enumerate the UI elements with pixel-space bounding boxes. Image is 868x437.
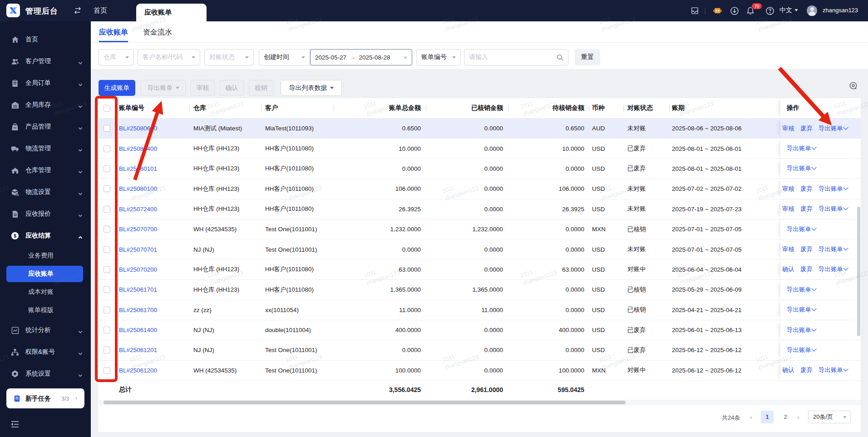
sidebar-item-customers[interactable]: 客户管理 <box>0 50 91 72</box>
row-checkbox[interactable] <box>104 266 110 273</box>
row-action-export[interactable]: 导出账单 <box>787 164 816 173</box>
sidebar-item-statistics[interactable]: 统计分析 <box>0 319 91 341</box>
nav-tab-receivable-bills[interactable]: 应收账单 <box>136 4 207 21</box>
row-action-discard[interactable]: 废弃 <box>800 265 813 273</box>
row-action-audit[interactable]: 审核 <box>782 245 794 253</box>
help-icon[interactable] <box>765 0 774 21</box>
warehouse-filter[interactable]: 仓库 <box>99 49 134 65</box>
row-action-export[interactable]: 导出账单 <box>819 265 848 273</box>
create-time-filter[interactable]: 创建时间 <box>259 49 310 65</box>
row-checkbox[interactable] <box>104 347 110 353</box>
robot-icon[interactable] <box>713 0 722 21</box>
sidebar-subitem-cost-recon[interactable]: 成本对账 <box>0 283 91 301</box>
bill-no-link[interactable]: BL#25070200 <box>119 266 157 273</box>
clear-date-icon[interactable]: × <box>404 54 407 61</box>
row-action-export[interactable]: 导出账单 <box>819 185 848 193</box>
sidebar-item-inventory[interactable]: 全局库存 <box>0 94 91 116</box>
bill-no-link[interactable]: BL#25080101 <box>119 165 157 172</box>
row-action-export[interactable]: 导出账单 <box>787 306 816 314</box>
sidebar-item-warehouse-mgmt[interactable]: 仓库管理 <box>0 159 91 181</box>
row-checkbox[interactable] <box>104 145 110 152</box>
row-checkbox[interactable] <box>104 226 110 233</box>
sidebar-item-receivable-settlement[interactable]: $应收结算 <box>0 225 91 247</box>
customer-filter[interactable]: 客户名称/代码 <box>138 49 200 65</box>
bill-no-link[interactable]: BL#25061201 <box>119 347 157 353</box>
row-checkbox[interactable] <box>104 165 110 172</box>
sidebar-item-permissions[interactable]: 权限&账号 <box>0 341 91 363</box>
sidebar-item-products[interactable]: 产品管理 <box>0 116 91 138</box>
sidebar-item-receivable-quote[interactable]: 应收报价 <box>0 203 91 225</box>
row-action-export[interactable]: 导出账单 <box>819 366 848 374</box>
pagination-prev[interactable]: ‹ <box>750 414 752 421</box>
sidebar-item-logistics[interactable]: 物流管理 <box>0 138 91 159</box>
generate-bill-button[interactable]: 生成账单 <box>99 80 135 96</box>
horizontal-scrollbar[interactable] <box>99 400 861 405</box>
bill-no-link[interactable]: BL#25072400 <box>119 206 157 213</box>
table-settings-icon[interactable] <box>849 81 858 90</box>
row-checkbox[interactable] <box>104 206 110 213</box>
switch-icon[interactable] <box>74 7 82 16</box>
row-checkbox[interactable] <box>104 367 110 374</box>
row-checkbox[interactable] <box>104 125 110 132</box>
confirm-button[interactable]: 确认 <box>219 80 244 96</box>
row-action-discard[interactable]: 废弃 <box>800 124 813 133</box>
audit-button[interactable]: 审核 <box>190 80 215 96</box>
bill-no-filter[interactable]: 账单编号 <box>416 49 461 65</box>
sidebar-subitem-business-fee[interactable]: 业务费用 <box>0 247 91 265</box>
search-input[interactable]: 请输入 <box>464 49 568 65</box>
row-action-discard[interactable]: 废弃 <box>800 205 813 213</box>
tab-receivable-bills[interactable]: 应收账单 <box>99 28 128 37</box>
download-icon[interactable] <box>730 0 739 21</box>
row-action-discard[interactable]: 废弃 <box>800 185 813 193</box>
vertical-scrollbar[interactable] <box>857 207 860 336</box>
pagination-page-2[interactable]: 2 <box>779 411 792 423</box>
recon-status-filter[interactable]: 对账状态 <box>204 49 254 65</box>
row-action-export[interactable]: 导出账单 <box>819 205 848 213</box>
pagination-next[interactable]: › <box>797 414 799 421</box>
row-action-export[interactable]: 导出账单 <box>787 346 816 354</box>
pagination-page-1[interactable]: 1 <box>761 411 774 423</box>
bill-no-link[interactable]: BL#25061700 <box>119 307 157 313</box>
bill-no-link[interactable]: BL#25080100 <box>119 185 157 192</box>
bill-no-link[interactable]: BL#25061400 <box>119 327 157 333</box>
row-action-audit[interactable]: 审核 <box>782 124 794 133</box>
row-action-export[interactable]: 导出账单 <box>819 124 848 133</box>
nav-tab-home[interactable]: 首页 <box>94 6 107 15</box>
page-size-selector[interactable]: 20条/页 <box>808 411 851 423</box>
row-action-export[interactable]: 导出账单 <box>787 286 816 294</box>
sidebar-subitem-bill-template[interactable]: 账单模版 <box>0 301 91 319</box>
bill-no-link[interactable]: BL#25080400 <box>119 145 157 152</box>
bill-no-link[interactable]: BL#25080600 <box>119 125 157 132</box>
sidebar-item-orders[interactable]: 全局订单 <box>0 72 91 94</box>
sidebar-item-home[interactable]: 首页 <box>0 29 91 50</box>
export-list-button[interactable]: 导出列表数据 <box>281 80 342 96</box>
row-checkbox[interactable] <box>104 286 110 293</box>
bill-no-link[interactable]: BL#25070701 <box>119 246 157 253</box>
bill-no-link[interactable]: BL#25061701 <box>119 286 157 293</box>
reset-button[interactable]: 重置 <box>575 49 600 65</box>
row-action-export[interactable]: 导出账单 <box>787 144 816 153</box>
collapse-sidebar-icon[interactable] <box>11 421 19 430</box>
row-checkbox[interactable] <box>104 327 110 333</box>
row-action-confirm[interactable]: 确认 <box>782 265 794 273</box>
username-label[interactable]: zhangsan123 <box>823 7 858 14</box>
inbox-icon[interactable] <box>690 0 699 21</box>
row-action-export[interactable]: 导出账单 <box>787 326 816 334</box>
write-off-button[interactable]: 核销 <box>249 80 273 96</box>
export-bill-button[interactable]: 导出账单 <box>140 80 186 96</box>
newbie-task-card[interactable]: 新手任务3/3› <box>6 388 84 408</box>
tab-fund-flow[interactable]: 资金流水 <box>143 28 172 37</box>
row-action-audit[interactable]: 审核 <box>782 205 794 213</box>
date-range-filter[interactable]: 2025-05-27 → 2025-08-28 × <box>310 49 412 65</box>
row-checkbox[interactable] <box>104 185 110 192</box>
row-action-export[interactable]: 导出账单 <box>819 245 848 253</box>
bill-no-link[interactable]: BL#25061200 <box>119 367 157 374</box>
sidebar-item-logistics-settings[interactable]: 物流设置 <box>0 181 91 203</box>
bill-no-link[interactable]: BL#25070700 <box>119 226 157 233</box>
sidebar-item-system-settings[interactable]: 系统设置 <box>0 363 91 385</box>
row-action-audit[interactable]: 审核 <box>782 185 794 193</box>
row-checkbox[interactable] <box>104 246 110 253</box>
sidebar-subitem-receivable-bills[interactable]: 应收账单 <box>0 265 91 283</box>
row-action-confirm[interactable]: 确认 <box>782 366 794 374</box>
avatar[interactable] <box>807 5 817 16</box>
